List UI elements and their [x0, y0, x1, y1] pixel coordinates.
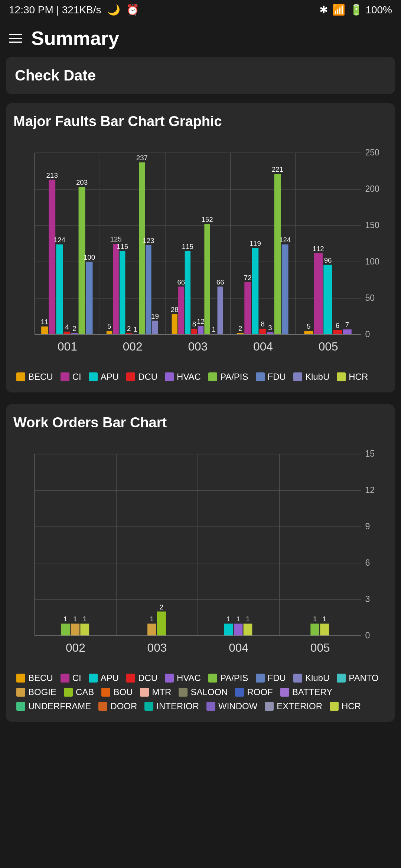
svg-text:152: 152	[201, 216, 213, 223]
svg-text:19: 19	[151, 312, 159, 320]
svg-rect-24	[86, 262, 93, 335]
legend-label: PA/PIS	[220, 673, 248, 683]
legend-label: HCR	[349, 372, 368, 382]
svg-text:004: 004	[253, 340, 273, 353]
svg-text:1: 1	[313, 615, 317, 623]
legend-label: BECU	[28, 372, 53, 382]
legend-color-swatch	[89, 372, 98, 381]
legend-color-swatch	[101, 688, 110, 697]
svg-text:100: 100	[365, 257, 379, 266]
legend-label: SALOON	[190, 687, 228, 697]
work-orders-svg: 036912151110021200311100411005	[13, 438, 388, 662]
legend-item: BOU	[101, 687, 133, 697]
svg-rect-29	[113, 244, 118, 335]
legend-color-swatch	[61, 372, 69, 381]
svg-rect-49	[185, 251, 190, 335]
svg-rect-55	[204, 224, 210, 335]
major-faults-svg: 0501001502002501121312442203100001512511…	[13, 137, 388, 361]
svg-text:003: 003	[188, 340, 208, 353]
legend-color-swatch	[144, 702, 153, 711]
svg-rect-114	[157, 611, 166, 635]
legend-item: EXTERIOR	[265, 701, 322, 711]
alarm-icon: ⏰	[126, 4, 139, 16]
svg-rect-109	[80, 624, 89, 636]
svg-rect-27	[107, 331, 112, 335]
svg-rect-37	[139, 162, 145, 335]
legend-label: KlubU	[305, 673, 329, 683]
work-orders-chart: 036912151110021200311100411005	[13, 438, 388, 664]
legend-label: HVAC	[177, 372, 201, 382]
svg-text:124: 124	[279, 236, 291, 244]
svg-text:115: 115	[117, 243, 128, 250]
legend-color-swatch	[265, 702, 274, 711]
svg-text:002: 002	[66, 641, 85, 654]
svg-rect-105	[61, 624, 70, 636]
legend-item: APU	[89, 372, 119, 382]
work-orders-chart-title: Work Orders Bar Chart	[13, 415, 388, 431]
svg-text:50: 50	[365, 293, 375, 303]
svg-text:5: 5	[307, 322, 310, 330]
svg-rect-107	[71, 624, 79, 636]
legend-color-swatch	[165, 674, 174, 683]
svg-rect-59	[218, 287, 223, 335]
legend-label: EXTERIOR	[277, 701, 322, 711]
legend-label: FDU	[268, 673, 286, 683]
major-faults-chart-title: Major Faults Bar Chart Graphic	[13, 114, 388, 129]
legend-label: CI	[72, 673, 81, 683]
legend-label: DCU	[138, 372, 157, 382]
legend-label: INTERIOR	[156, 701, 199, 711]
major-faults-chart-card: Major Faults Bar Chart Graphic 050100150…	[6, 103, 395, 392]
work-orders-chart-card: Work Orders Bar Chart 036912151110021200…	[6, 404, 395, 722]
svg-text:28: 28	[171, 306, 179, 313]
legend-color-swatch	[89, 674, 98, 683]
svg-text:1: 1	[73, 615, 77, 623]
svg-text:7: 7	[345, 321, 349, 329]
svg-rect-73	[274, 174, 281, 335]
menu-button[interactable]	[9, 34, 22, 43]
svg-text:3: 3	[365, 594, 370, 604]
svg-rect-65	[244, 282, 251, 335]
legend-color-swatch	[64, 688, 73, 697]
legend-item: FDU	[256, 372, 286, 382]
svg-rect-51	[191, 329, 197, 335]
legend-label: WINDOW	[218, 701, 257, 711]
legend-item: WINDOW	[206, 701, 257, 711]
check-date-card: Check Date	[6, 57, 395, 94]
svg-text:123: 123	[143, 237, 154, 244]
svg-text:213: 213	[46, 171, 58, 179]
svg-rect-112	[147, 624, 156, 636]
legend-item: SALOON	[179, 687, 228, 697]
svg-text:005: 005	[310, 641, 330, 654]
svg-text:1: 1	[63, 615, 67, 623]
legend-item: CI	[61, 372, 81, 382]
legend-item: HCR	[337, 372, 368, 382]
svg-rect-126	[310, 624, 319, 636]
legend-color-swatch	[208, 674, 217, 683]
svg-text:6: 6	[336, 322, 339, 329]
status-left: 12:30 PM | 321KB/s 🌙 ⏰	[9, 4, 139, 16]
legend-label: APU	[101, 673, 119, 683]
legend-item: CI	[61, 673, 81, 683]
legend-item: PA/PIS	[208, 372, 248, 382]
svg-text:203: 203	[76, 178, 88, 186]
status-bar: 12:30 PM | 321KB/s 🌙 ⏰ ✱ 📶 🔋 100%	[0, 0, 401, 20]
page-title: Summary	[31, 27, 119, 49]
legend-color-swatch	[206, 702, 215, 711]
svg-text:1: 1	[323, 615, 326, 623]
svg-text:150: 150	[365, 220, 379, 230]
svg-text:12: 12	[197, 318, 205, 325]
svg-rect-45	[172, 314, 177, 335]
legend-color-swatch	[98, 702, 107, 711]
legend-label: HCR	[342, 701, 361, 711]
svg-rect-18	[63, 332, 70, 335]
moon-icon: 🌙	[107, 4, 120, 16]
legend-color-swatch	[256, 372, 265, 381]
legend-item: APU	[89, 673, 119, 683]
svg-text:1: 1	[150, 615, 154, 623]
legend-item: INTERIOR	[144, 701, 199, 711]
svg-text:124: 124	[54, 236, 65, 244]
legend-color-swatch	[165, 372, 174, 381]
svg-text:005: 005	[319, 340, 338, 353]
svg-text:9: 9	[365, 522, 370, 531]
legend-item: FDU	[256, 673, 286, 683]
